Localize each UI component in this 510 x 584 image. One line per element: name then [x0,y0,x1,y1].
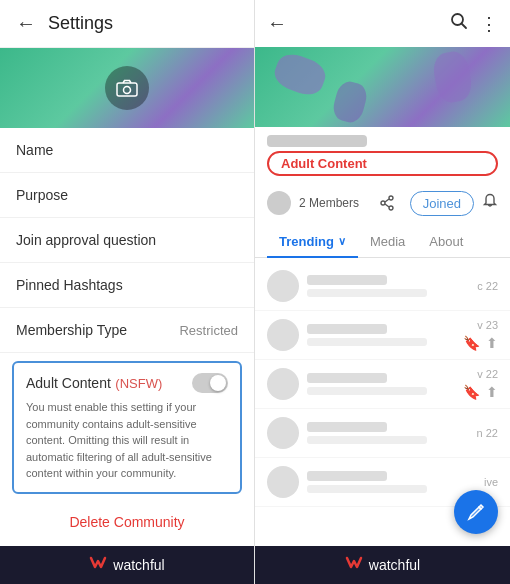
member-avatar [267,191,291,215]
svg-line-8 [385,204,389,207]
right-panel: ← ⋮ Adult Content 2 Members [255,0,510,584]
tab-about[interactable]: About [417,226,475,257]
settings-item-join-question[interactable]: Join approval question [0,218,254,263]
adult-content-toggle[interactable] [192,373,228,393]
right-header: ← ⋮ [255,0,510,47]
back-button[interactable]: ← [16,12,36,35]
feed-date: c 22 [477,280,498,292]
fab-compose-button[interactable] [454,490,498,534]
svg-line-3 [462,24,467,29]
camera-icon[interactable] [105,66,149,110]
feed-text [307,485,427,493]
feed-name [307,422,387,432]
feed-content [307,471,476,493]
feed-content [307,422,469,444]
svg-line-7 [385,199,389,202]
adult-content-box: Adult Content (NSFW) You must enable thi… [12,361,242,494]
feed-content [307,373,455,395]
svg-point-5 [381,201,385,205]
share-feed-icon[interactable]: ⬆ [486,384,498,400]
feed-text [307,387,427,395]
svg-point-1 [124,87,131,94]
feed-item[interactable]: c 22 [255,262,510,311]
pinned-hashtags-label: Pinned Hashtags [16,277,123,293]
settings-item-purpose[interactable]: Purpose [0,173,254,218]
watchful-icon-left [89,556,107,574]
community-name-blurred [267,135,367,147]
search-icon[interactable] [450,12,468,35]
left-header: ← Settings [0,0,254,48]
adult-content-badge: Adult Content [267,151,498,176]
membership-value: Restricted [179,323,238,338]
feed-name [307,373,387,383]
banner-area [0,48,254,128]
svg-point-4 [389,196,393,200]
feed-name [307,324,387,334]
members-row: 2 Members Joined [255,184,510,226]
feed-content [307,324,455,346]
members-count: 2 Members [299,196,364,210]
share-feed-icon[interactable]: ⬆ [486,335,498,351]
adult-content-description: You must enable this setting if your com… [26,399,228,482]
share-button[interactable] [372,188,402,218]
feed-avatar [267,417,299,449]
bookmark-icon[interactable]: 🔖 [463,384,480,400]
membership-label: Membership Type [16,322,127,338]
feed-item[interactable]: v 23 🔖 ⬆ [255,311,510,360]
adult-content-title: Adult Content [26,375,111,391]
chevron-down-icon: ∨ [338,235,346,248]
watchful-text-left: watchful [113,557,164,573]
feed-date: n 22 [477,427,498,439]
feed-date: ive [484,476,498,488]
delete-community-button[interactable]: Delete Community [0,498,254,546]
svg-point-6 [389,206,393,210]
left-footer: watchful [0,546,254,584]
notifications-bell-icon[interactable] [482,193,498,213]
settings-item-membership[interactable]: Membership Type Restricted [0,308,254,353]
feed-avatar [267,466,299,498]
feed-item[interactable]: n 22 [255,409,510,458]
joined-button[interactable]: Joined [410,191,474,216]
settings-list: Name Purpose Join approval question Pinn… [0,128,254,498]
right-header-left: ← [267,12,299,35]
more-options-icon[interactable]: ⋮ [480,13,498,35]
nsfw-badge: (NSFW) [115,376,162,391]
watchful-text-right: watchful [369,557,420,573]
left-panel: ← Settings Name Purpose Join approval qu… [0,0,255,584]
feed-avatar [267,319,299,351]
right-header-icons: ⋮ [450,12,498,35]
watchful-logo-left: watchful [89,556,164,574]
join-question-label: Join approval question [16,232,156,248]
tab-media[interactable]: Media [358,226,417,257]
settings-item-pinned-hashtags[interactable]: Pinned Hashtags [0,263,254,308]
name-label: Name [16,142,53,158]
feed-name [307,275,387,285]
watchful-logo-right: watchful [345,556,420,574]
purpose-label: Purpose [16,187,68,203]
feed-avatar [267,270,299,302]
watchful-icon-right [345,556,363,574]
feed-text [307,436,427,444]
bookmark-icon[interactable]: 🔖 [463,335,480,351]
settings-item-name[interactable]: Name [0,128,254,173]
feed-text [307,289,427,297]
right-back-button[interactable]: ← [267,12,287,35]
feed-actions: 🔖 ⬆ [463,335,498,351]
feed-content [307,275,469,297]
feed-name [307,471,387,481]
adult-content-title-row: Adult Content (NSFW) [26,374,162,392]
feed-text [307,338,427,346]
adult-content-header: Adult Content (NSFW) [26,373,228,393]
right-footer: watchful [255,546,510,584]
feed-actions: 🔖 ⬆ [463,384,498,400]
settings-title: Settings [48,13,113,34]
tab-trending[interactable]: Trending ∨ [267,226,358,257]
right-banner [255,47,510,127]
tabs-row: Trending ∨ Media About [255,226,510,258]
feed-date: v 22 [477,368,498,380]
feed-item[interactable]: v 22 🔖 ⬆ [255,360,510,409]
toggle-knob [210,375,226,391]
feed-date: v 23 [477,319,498,331]
feed-avatar [267,368,299,400]
